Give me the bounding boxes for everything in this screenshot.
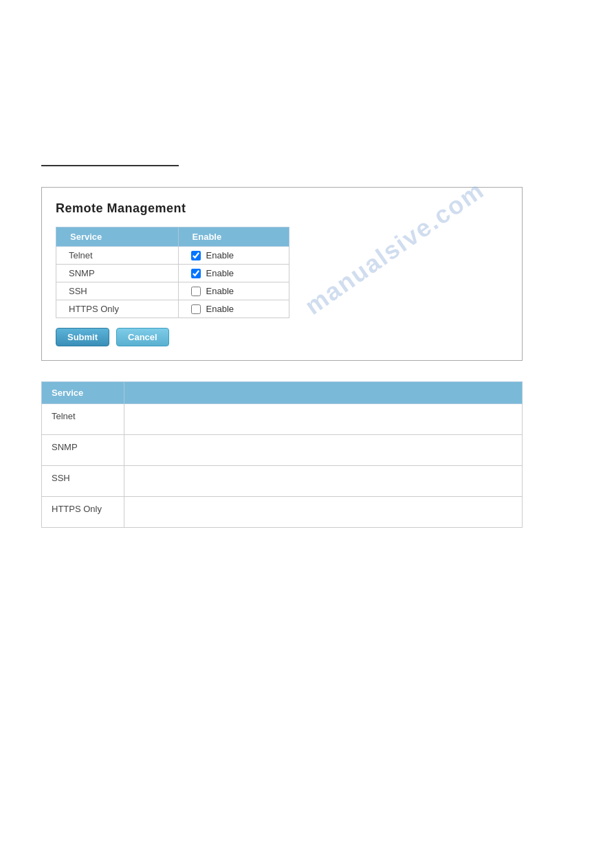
enable-checkbox[interactable]: [191, 269, 201, 278]
table-row: HTTPS OnlyEnable: [56, 300, 289, 318]
submit-button[interactable]: Submit: [56, 328, 109, 346]
service-table: Service Enable TelnetEnableSNMPEnableSSH…: [56, 227, 289, 318]
table-row: SSHEnable: [56, 282, 289, 300]
enable-cell: Enable: [178, 300, 289, 318]
col-enable-header: Enable: [178, 227, 289, 247]
ref-table-row: HTTPS Only: [42, 497, 523, 528]
enable-text: Enable: [206, 304, 234, 314]
enable-cell: Enable: [178, 247, 289, 265]
button-row: Submit Cancel: [56, 328, 508, 346]
enable-text: Enable: [206, 286, 234, 296]
table-row: SNMPEnable: [56, 265, 289, 282]
enable-checkbox[interactable]: [191, 304, 201, 314]
ref-field-cell: SSH: [42, 466, 124, 497]
enable-label[interactable]: Enable: [191, 250, 276, 260]
ref-field-cell: Telnet: [42, 404, 124, 435]
col-service-header: Service: [56, 227, 179, 247]
ref-desc-cell: [124, 466, 522, 497]
ref-desc-cell: [124, 497, 522, 528]
cancel-button[interactable]: Cancel: [116, 328, 169, 346]
panel-title: Remote Management: [56, 201, 508, 216]
enable-cell: Enable: [178, 265, 289, 282]
ref-field-cell: SNMP: [42, 435, 124, 466]
ref-table-row: Telnet: [42, 404, 523, 435]
enable-label[interactable]: Enable: [191, 268, 276, 278]
enable-cell: Enable: [178, 282, 289, 300]
divider-line: [41, 165, 179, 166]
service-cell: SSH: [56, 282, 179, 300]
enable-label[interactable]: Enable: [191, 286, 276, 296]
ref-desc-cell: [124, 404, 522, 435]
enable-text: Enable: [206, 250, 234, 260]
service-cell: Telnet: [56, 247, 179, 265]
ref-table-row: SNMP: [42, 435, 523, 466]
enable-label[interactable]: Enable: [191, 304, 276, 314]
ref-field-cell: HTTPS Only: [42, 497, 124, 528]
ref-col1-header: Service: [42, 382, 124, 404]
ref-table-row: SSH: [42, 466, 523, 497]
service-cell: SNMP: [56, 265, 179, 282]
service-cell: HTTPS Only: [56, 300, 179, 318]
ref-col2-header: [124, 382, 522, 404]
table-row: TelnetEnable: [56, 247, 289, 265]
enable-text: Enable: [206, 268, 234, 278]
enable-checkbox[interactable]: [191, 251, 201, 260]
enable-checkbox[interactable]: [191, 287, 201, 296]
ref-desc-cell: [124, 435, 522, 466]
remote-management-panel: Remote Management Service Enable TelnetE…: [41, 187, 523, 361]
reference-table: Service TelnetSNMPSSHHTTPS Only: [41, 381, 523, 528]
